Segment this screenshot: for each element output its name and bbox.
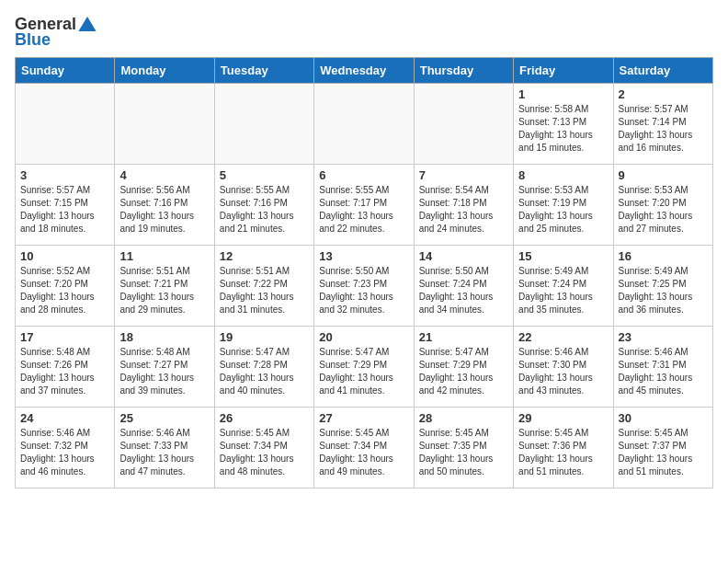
weekday-header-saturday: Saturday: [613, 58, 712, 84]
day-info: Sunrise: 5:46 AM Sunset: 7:32 PM Dayligh…: [20, 427, 109, 478]
day-number: 23: [619, 330, 708, 344]
weekday-header-row: SundayMondayTuesdayWednesdayThursdayFrid…: [16, 58, 713, 84]
calendar-cell: 22Sunrise: 5:46 AM Sunset: 7:30 PM Dayli…: [514, 327, 613, 408]
day-info: Sunrise: 5:53 AM Sunset: 7:20 PM Dayligh…: [619, 184, 708, 236]
day-info: Sunrise: 5:52 AM Sunset: 7:20 PM Dayligh…: [20, 265, 109, 316]
day-number: 12: [220, 249, 309, 263]
calendar-cell: 25Sunrise: 5:46 AM Sunset: 7:33 PM Dayli…: [115, 408, 214, 488]
calendar-cell: 20Sunrise: 5:47 AM Sunset: 7:29 PM Dayli…: [314, 327, 414, 408]
calendar-cell: 19Sunrise: 5:47 AM Sunset: 7:28 PM Dayli…: [214, 327, 313, 408]
calendar-cell: 10Sunrise: 5:52 AM Sunset: 7:20 PM Dayli…: [16, 246, 115, 327]
day-info: Sunrise: 5:46 AM Sunset: 7:30 PM Dayligh…: [518, 346, 608, 397]
day-info: Sunrise: 5:47 AM Sunset: 7:28 PM Dayligh…: [220, 346, 309, 397]
calendar-week-row: 17Sunrise: 5:48 AM Sunset: 7:26 PM Dayli…: [16, 327, 713, 408]
calendar-cell: 5Sunrise: 5:55 AM Sunset: 7:16 PM Daylig…: [214, 165, 313, 246]
calendar-cell: 1Sunrise: 5:58 AM Sunset: 7:13 PM Daylig…: [514, 84, 613, 165]
calendar-cell: 16Sunrise: 5:49 AM Sunset: 7:25 PM Dayli…: [613, 246, 712, 327]
day-info: Sunrise: 5:45 AM Sunset: 7:35 PM Dayligh…: [419, 427, 508, 478]
calendar-cell: 3Sunrise: 5:57 AM Sunset: 7:15 PM Daylig…: [16, 165, 115, 246]
day-info: Sunrise: 5:53 AM Sunset: 7:19 PM Dayligh…: [518, 184, 608, 236]
day-info: Sunrise: 5:54 AM Sunset: 7:18 PM Dayligh…: [419, 184, 508, 236]
day-info: Sunrise: 5:58 AM Sunset: 7:13 PM Dayligh…: [518, 103, 608, 155]
calendar-cell: 7Sunrise: 5:54 AM Sunset: 7:18 PM Daylig…: [414, 165, 513, 246]
day-info: Sunrise: 5:45 AM Sunset: 7:37 PM Dayligh…: [619, 427, 708, 478]
day-number: 28: [419, 411, 508, 425]
calendar-cell: [115, 84, 214, 165]
calendar-cell: 24Sunrise: 5:46 AM Sunset: 7:32 PM Dayli…: [16, 408, 115, 488]
calendar-week-row: 10Sunrise: 5:52 AM Sunset: 7:20 PM Dayli…: [16, 246, 713, 327]
calendar-cell: 11Sunrise: 5:51 AM Sunset: 7:21 PM Dayli…: [115, 246, 214, 327]
calendar-cell: 2Sunrise: 5:57 AM Sunset: 7:14 PM Daylig…: [613, 84, 712, 165]
svg-marker-0: [78, 17, 96, 31]
calendar-week-row: 3Sunrise: 5:57 AM Sunset: 7:15 PM Daylig…: [16, 165, 713, 246]
day-info: Sunrise: 5:50 AM Sunset: 7:24 PM Dayligh…: [419, 265, 508, 316]
calendar-cell: 8Sunrise: 5:53 AM Sunset: 7:19 PM Daylig…: [514, 165, 613, 246]
day-number: 5: [220, 168, 309, 182]
day-number: 14: [419, 249, 508, 263]
day-number: 24: [20, 411, 109, 425]
calendar-cell: 27Sunrise: 5:45 AM Sunset: 7:34 PM Dayli…: [314, 408, 414, 488]
header-section: General Blue: [15, 15, 713, 50]
day-number: 9: [619, 168, 708, 182]
day-info: Sunrise: 5:56 AM Sunset: 7:16 PM Dayligh…: [119, 184, 209, 236]
day-number: 16: [619, 249, 708, 263]
calendar-cell: 6Sunrise: 5:55 AM Sunset: 7:17 PM Daylig…: [314, 165, 414, 246]
day-info: Sunrise: 5:50 AM Sunset: 7:23 PM Dayligh…: [319, 265, 408, 316]
day-number: 21: [419, 330, 508, 344]
calendar-cell: 23Sunrise: 5:46 AM Sunset: 7:31 PM Dayli…: [613, 327, 712, 408]
day-info: Sunrise: 5:49 AM Sunset: 7:25 PM Dayligh…: [619, 265, 708, 316]
calendar-cell: 18Sunrise: 5:48 AM Sunset: 7:27 PM Dayli…: [115, 327, 214, 408]
day-number: 19: [220, 330, 309, 344]
weekday-header-wednesday: Wednesday: [314, 58, 414, 84]
calendar-cell: 13Sunrise: 5:50 AM Sunset: 7:23 PM Dayli…: [314, 246, 414, 327]
day-number: 25: [119, 411, 209, 425]
day-number: 22: [518, 330, 608, 344]
day-number: 10: [20, 249, 109, 263]
day-info: Sunrise: 5:55 AM Sunset: 7:16 PM Dayligh…: [220, 184, 309, 236]
day-number: 27: [319, 411, 408, 425]
weekday-header-sunday: Sunday: [16, 58, 115, 84]
day-info: Sunrise: 5:46 AM Sunset: 7:31 PM Dayligh…: [619, 346, 708, 397]
calendar-cell: [314, 84, 414, 165]
day-info: Sunrise: 5:48 AM Sunset: 7:27 PM Dayligh…: [119, 346, 209, 397]
day-info: Sunrise: 5:45 AM Sunset: 7:34 PM Dayligh…: [319, 427, 408, 478]
calendar-cell: 26Sunrise: 5:45 AM Sunset: 7:34 PM Dayli…: [214, 408, 313, 488]
day-info: Sunrise: 5:45 AM Sunset: 7:34 PM Dayligh…: [220, 427, 309, 478]
day-number: 29: [518, 411, 608, 425]
weekday-header-friday: Friday: [514, 58, 613, 84]
calendar-cell: 28Sunrise: 5:45 AM Sunset: 7:35 PM Dayli…: [414, 408, 513, 488]
weekday-header-monday: Monday: [115, 58, 214, 84]
logo-icon: [78, 17, 97, 31]
calendar-cell: [16, 84, 115, 165]
day-info: Sunrise: 5:57 AM Sunset: 7:15 PM Dayligh…: [20, 184, 109, 236]
day-number: 13: [319, 249, 408, 263]
day-info: Sunrise: 5:57 AM Sunset: 7:14 PM Dayligh…: [619, 103, 708, 155]
day-number: 26: [220, 411, 309, 425]
calendar-cell: 15Sunrise: 5:49 AM Sunset: 7:24 PM Dayli…: [514, 246, 613, 327]
day-number: 30: [619, 411, 708, 425]
calendar-cell: [214, 84, 313, 165]
calendar-cell: 17Sunrise: 5:48 AM Sunset: 7:26 PM Dayli…: [16, 327, 115, 408]
day-info: Sunrise: 5:45 AM Sunset: 7:36 PM Dayligh…: [518, 427, 608, 478]
day-info: Sunrise: 5:51 AM Sunset: 7:22 PM Dayligh…: [220, 265, 309, 316]
calendar-cell: 9Sunrise: 5:53 AM Sunset: 7:20 PM Daylig…: [613, 165, 712, 246]
calendar-week-row: 24Sunrise: 5:46 AM Sunset: 7:32 PM Dayli…: [16, 408, 713, 488]
weekday-header-thursday: Thursday: [414, 58, 513, 84]
day-number: 20: [319, 330, 408, 344]
calendar-cell: 12Sunrise: 5:51 AM Sunset: 7:22 PM Dayli…: [214, 246, 313, 327]
calendar-week-row: 1Sunrise: 5:58 AM Sunset: 7:13 PM Daylig…: [16, 84, 713, 165]
day-number: 17: [20, 330, 109, 344]
day-info: Sunrise: 5:46 AM Sunset: 7:33 PM Dayligh…: [119, 427, 209, 478]
calendar-cell: 4Sunrise: 5:56 AM Sunset: 7:16 PM Daylig…: [115, 165, 214, 246]
day-number: 15: [518, 249, 608, 263]
day-number: 4: [119, 168, 209, 182]
calendar-cell: 29Sunrise: 5:45 AM Sunset: 7:36 PM Dayli…: [514, 408, 613, 488]
calendar-cell: [414, 84, 513, 165]
day-info: Sunrise: 5:47 AM Sunset: 7:29 PM Dayligh…: [319, 346, 408, 397]
calendar-cell: 14Sunrise: 5:50 AM Sunset: 7:24 PM Dayli…: [414, 246, 513, 327]
day-number: 6: [319, 168, 408, 182]
day-info: Sunrise: 5:48 AM Sunset: 7:26 PM Dayligh…: [20, 346, 109, 397]
day-number: 7: [419, 168, 508, 182]
day-info: Sunrise: 5:51 AM Sunset: 7:21 PM Dayligh…: [119, 265, 209, 316]
day-number: 18: [119, 330, 209, 344]
